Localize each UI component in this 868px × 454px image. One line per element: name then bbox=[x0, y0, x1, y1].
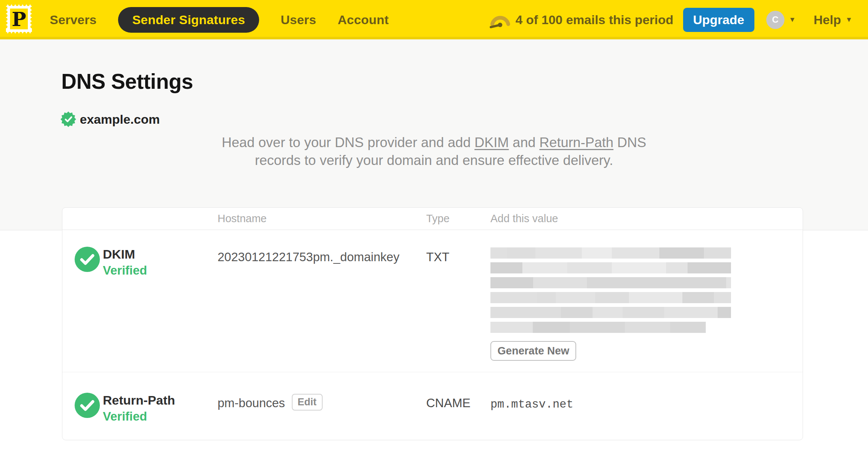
return-path-hostname: pm-bounces bbox=[218, 396, 285, 410]
record-name: DKIM bbox=[103, 247, 147, 261]
verified-seal-icon bbox=[61, 111, 76, 127]
dkim-hostname: 20230121221753pm._domainkey bbox=[218, 250, 426, 372]
nav-right-cluster: 4 of 100 emails this period Upgrade C ▼ … bbox=[490, 8, 852, 32]
usage-counter: 4 of 100 emails this period bbox=[516, 13, 673, 27]
dns-records-card: Hostname Type Add this value DKIM Verifi… bbox=[62, 207, 803, 440]
record-name: Return-Path bbox=[103, 393, 175, 407]
edit-button[interactable]: Edit bbox=[292, 394, 323, 411]
domain-name: example.com bbox=[80, 112, 160, 127]
usage-gauge-icon bbox=[490, 13, 510, 29]
nav-item-servers[interactable]: Servers bbox=[50, 13, 97, 27]
dkim-value-cell: Generate New bbox=[490, 247, 803, 372]
help-label: Help bbox=[814, 13, 841, 27]
record-status-badge: Verified bbox=[103, 409, 175, 424]
account-avatar[interactable]: C bbox=[766, 11, 784, 29]
page-title: DNS Settings bbox=[61, 69, 193, 94]
column-header-hostname: Hostname bbox=[218, 213, 426, 225]
table-row-return-path: Return-Path Verified pm-bounces Edit CNA… bbox=[62, 372, 803, 440]
verified-check-icon bbox=[75, 247, 100, 272]
postmark-logo-icon[interactable]: P bbox=[4, 3, 33, 35]
dkim-status-cell: DKIM Verified bbox=[62, 247, 218, 372]
dkim-redacted-value bbox=[490, 247, 731, 333]
column-header-value: Add this value bbox=[490, 213, 803, 225]
column-header-type: Type bbox=[426, 213, 490, 225]
verified-domain: example.com bbox=[61, 111, 160, 127]
dkim-type: TXT bbox=[426, 250, 490, 372]
generate-new-button[interactable]: Generate New bbox=[490, 341, 576, 361]
return-path-status-cell: Return-Path Verified bbox=[62, 393, 218, 440]
intro-section: Head over to your DNS provider and add D… bbox=[0, 134, 868, 169]
nav-item-users[interactable]: Users bbox=[281, 13, 316, 27]
upgrade-button[interactable]: Upgrade bbox=[683, 8, 754, 32]
help-caret-icon: ▼ bbox=[845, 16, 852, 24]
top-nav: P Servers Sender Signatures Users Accoun… bbox=[0, 0, 868, 39]
return-path-type: CNAME bbox=[426, 396, 490, 440]
nav-item-account[interactable]: Account bbox=[338, 13, 389, 27]
return-path-value-cell: pm.mtasv.net bbox=[490, 393, 803, 440]
account-caret-icon[interactable]: ▼ bbox=[789, 16, 796, 24]
return-path-hostname-cell: pm-bounces Edit bbox=[218, 396, 426, 440]
table-row-dkim: DKIM Verified 20230121221753pm._domainke… bbox=[62, 230, 803, 372]
logo-letter: P bbox=[12, 8, 26, 30]
intro-link-dkim[interactable]: DKIM bbox=[474, 135, 509, 150]
return-path-value: pm.mtasv.net bbox=[490, 398, 803, 411]
intro-link-return-path[interactable]: Return-Path bbox=[539, 135, 614, 150]
record-status-badge: Verified bbox=[103, 263, 147, 278]
table-header-row: Hostname Type Add this value bbox=[62, 208, 803, 230]
nav-items: Servers Sender Signatures Users Account bbox=[50, 7, 389, 33]
nav-item-sender-signatures[interactable]: Sender Signatures bbox=[118, 7, 259, 33]
help-menu[interactable]: Help ▼ bbox=[814, 13, 853, 27]
verified-check-icon bbox=[75, 393, 100, 418]
intro-text: Head over to your DNS provider and add D… bbox=[200, 134, 668, 169]
